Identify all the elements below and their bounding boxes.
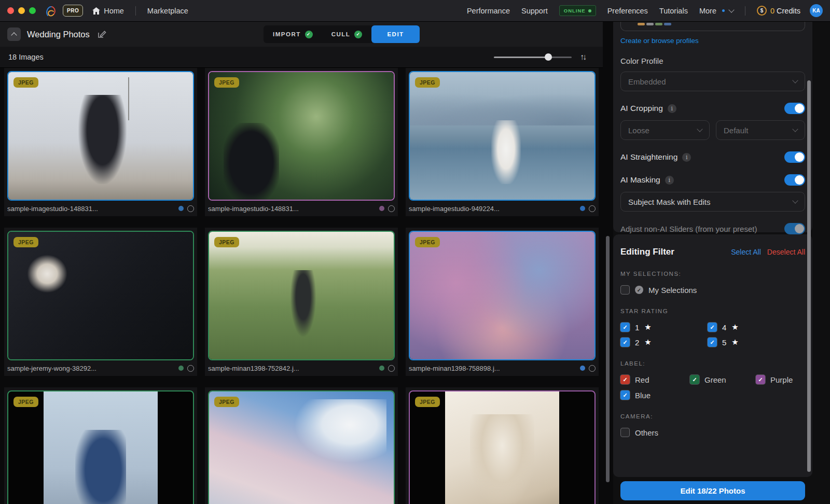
chevron-down-icon bbox=[697, 126, 702, 132]
photo-image bbox=[8, 232, 193, 359]
sidebar-scrollbar[interactable] bbox=[807, 80, 811, 472]
edit-photos-button[interactable]: Edit 18/22 Photos bbox=[620, 481, 805, 500]
my-selections-option[interactable]: ✓ My Selections bbox=[620, 285, 805, 295]
green-label-checkbox[interactable] bbox=[690, 375, 699, 384]
photo-image bbox=[410, 232, 594, 359]
rename-project-button[interactable] bbox=[97, 30, 106, 39]
photo-thumbnail[interactable]: JPEG bbox=[7, 390, 194, 504]
photo-cell: JPEG bbox=[4, 387, 197, 504]
info-icon[interactable]: i bbox=[682, 153, 691, 162]
star-1-checkbox[interactable] bbox=[620, 323, 630, 332]
photo-caption: sample-imagestudio-148831... bbox=[208, 201, 395, 216]
photo-thumbnail[interactable]: JPEG bbox=[7, 71, 194, 201]
zoom-window-button[interactable] bbox=[29, 7, 36, 14]
color-label-dot[interactable] bbox=[178, 206, 184, 211]
star-4-checkbox[interactable] bbox=[708, 323, 717, 332]
chevron-down-icon bbox=[792, 198, 798, 203]
preset-profile-dropdown[interactable] bbox=[620, 22, 805, 31]
photo-thumbnail[interactable]: JPEG bbox=[208, 231, 395, 360]
nav-marketplace[interactable]: Marketplace bbox=[147, 7, 188, 15]
file-type-badge: JPEG bbox=[13, 77, 38, 88]
crop-variant-dropdown[interactable]: Default bbox=[716, 120, 805, 140]
ai-masking-toggle[interactable] bbox=[784, 174, 805, 186]
red-label-checkbox[interactable] bbox=[620, 375, 630, 384]
color-label-dot[interactable] bbox=[379, 366, 384, 371]
color-label-dot[interactable] bbox=[580, 366, 585, 371]
ai-cropping-toggle[interactable] bbox=[784, 103, 805, 114]
label-filter-blue[interactable]: Blue bbox=[620, 390, 805, 400]
info-icon[interactable]: i bbox=[668, 104, 676, 113]
nav-performance[interactable]: Performance bbox=[467, 7, 510, 15]
selection-circle[interactable] bbox=[589, 205, 596, 212]
selection-circle[interactable] bbox=[388, 205, 395, 212]
minimize-window-button[interactable] bbox=[18, 7, 25, 14]
label-filter-green[interactable]: Green bbox=[690, 375, 756, 384]
color-label-dot[interactable] bbox=[580, 206, 585, 211]
pencil-icon bbox=[97, 30, 106, 39]
star-filter-4[interactable]: 4 ★ bbox=[708, 323, 805, 332]
info-icon[interactable]: i bbox=[665, 176, 674, 185]
sort-order-icon[interactable]: ↑↓ bbox=[580, 52, 585, 62]
selection-circle[interactable] bbox=[187, 365, 194, 372]
ai-masking-row: AI Masking i bbox=[620, 174, 805, 186]
grid-scrollbar[interactable] bbox=[606, 236, 610, 482]
nav-tutorials[interactable]: Tutorials bbox=[659, 7, 688, 15]
collapse-project-button[interactable] bbox=[7, 27, 21, 41]
star-filter-1[interactable]: 1 ★ bbox=[620, 323, 708, 332]
selection-circle[interactable] bbox=[388, 365, 395, 372]
slider-thumb[interactable] bbox=[545, 53, 552, 61]
user-avatar[interactable]: KA bbox=[810, 4, 823, 17]
photo-thumbnail[interactable]: JPEG bbox=[409, 231, 596, 360]
photo-filename: sample-imagestudio-148831... bbox=[208, 205, 299, 213]
create-browse-profiles-link[interactable]: Create or browse profiles bbox=[620, 37, 699, 45]
chevron-down-icon bbox=[792, 77, 798, 83]
photo-thumbnail[interactable]: JPEG bbox=[208, 390, 395, 504]
label-filter-red[interactable]: Red bbox=[620, 375, 690, 384]
selection-circle[interactable] bbox=[589, 365, 596, 372]
image-count: 18 Images bbox=[8, 53, 44, 61]
mask-type-dropdown[interactable]: Subject Mask with Edits bbox=[620, 192, 805, 212]
thumbnail-size-slider[interactable] bbox=[494, 53, 572, 61]
cull-done-icon: ✓ bbox=[354, 31, 362, 38]
color-label-dot[interactable] bbox=[379, 206, 384, 211]
purple-label-checkbox[interactable] bbox=[756, 375, 765, 384]
tab-import[interactable]: IMPORT ✓ bbox=[264, 25, 322, 43]
star-icon: ★ bbox=[644, 323, 651, 332]
crop-mode-dropdown[interactable]: Loose bbox=[620, 120, 710, 140]
nav-support[interactable]: Support bbox=[521, 7, 548, 15]
tab-edit[interactable]: EDIT bbox=[371, 25, 419, 43]
topbar-divider bbox=[135, 6, 136, 16]
tab-cull[interactable]: CULL ✓ bbox=[322, 25, 372, 43]
adjust-sliders-toggle[interactable] bbox=[784, 223, 805, 234]
nav-more-menu[interactable]: More bbox=[699, 7, 734, 15]
color-profile-dropdown[interactable]: Embedded bbox=[620, 72, 805, 91]
star-2-checkbox[interactable] bbox=[620, 338, 630, 347]
select-all-link[interactable]: Select All bbox=[731, 248, 761, 256]
photo-thumbnail[interactable]: JPEG bbox=[409, 390, 596, 504]
deselect-all-link[interactable]: Deselect All bbox=[767, 248, 805, 256]
color-label-dot[interactable] bbox=[178, 366, 184, 371]
credits-counter[interactable]: 0 Credits bbox=[770, 7, 800, 15]
close-window-button[interactable] bbox=[7, 7, 14, 14]
label-filter-purple[interactable]: Purple bbox=[756, 375, 793, 384]
photo-thumbnail[interactable]: JPEG bbox=[208, 71, 395, 201]
blue-label-checkbox[interactable] bbox=[620, 390, 630, 400]
editing-filter-panel: Editing Filter Select All Deselect All M… bbox=[613, 234, 812, 477]
others-checkbox[interactable] bbox=[620, 428, 630, 437]
photo-thumbnail[interactable]: JPEG bbox=[409, 71, 596, 201]
window-controls bbox=[7, 7, 36, 14]
photo-cell: JPEG sample-minan1398-758898.j... bbox=[406, 228, 599, 376]
nav-home[interactable]: Home bbox=[92, 7, 124, 15]
ai-straightening-toggle[interactable] bbox=[784, 151, 805, 163]
my-selections-checkbox[interactable] bbox=[620, 285, 630, 295]
star-filter-2[interactable]: 2 ★ bbox=[620, 338, 708, 347]
star-filter-5[interactable]: 5 ★ bbox=[708, 338, 805, 347]
star-5-checkbox[interactable] bbox=[708, 338, 717, 347]
selection-circle[interactable] bbox=[187, 205, 194, 212]
ai-straightening-row: AI Straightening i bbox=[620, 151, 805, 163]
camera-filter-others[interactable]: Others bbox=[620, 428, 805, 437]
photo-thumbnail[interactable]: JPEG bbox=[7, 231, 194, 360]
nav-preferences[interactable]: Preferences bbox=[607, 7, 648, 15]
notification-dot-icon bbox=[722, 9, 725, 12]
photo-image bbox=[445, 391, 560, 504]
